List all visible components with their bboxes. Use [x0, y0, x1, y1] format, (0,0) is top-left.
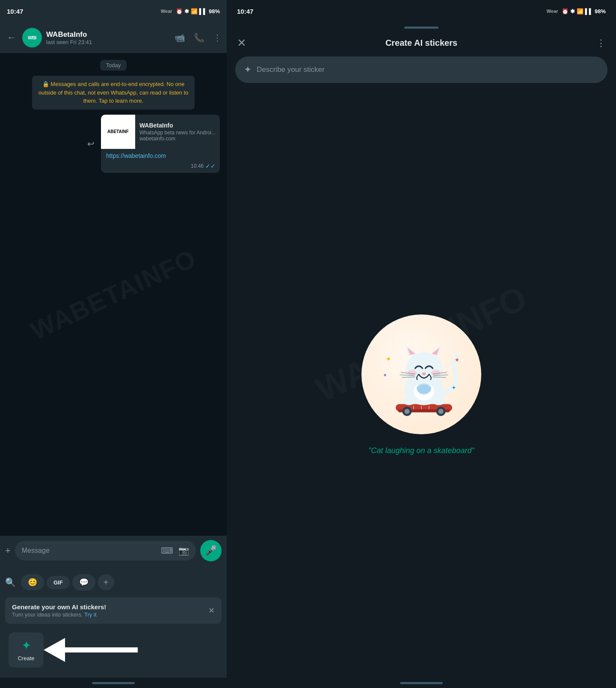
- link-description: WhatsApp beta news for Androi...: [139, 130, 216, 136]
- read-receipt-icon: ✓✓: [205, 163, 216, 169]
- back-button[interactable]: ←: [5, 30, 18, 45]
- sticker-display-area: ✦ ✦ ★ ✦ "Cat laughing on a skateboard": [227, 92, 616, 678]
- svg-point-5: [438, 409, 444, 414]
- svg-point-11: [406, 352, 442, 386]
- ai-sparkle-icon: ✦: [21, 638, 31, 652]
- camera-icon[interactable]: 📷: [178, 546, 189, 556]
- svg-point-3: [404, 409, 409, 414]
- link-card[interactable]: ABETAINF WABetaInfo WhatsApp beta news f…: [101, 115, 220, 173]
- svg-line-23: [433, 375, 448, 375]
- ai-promo-try-link[interactable]: Try it: [84, 611, 96, 618]
- battery-right: 98%: [595, 8, 606, 15]
- svg-point-18: [422, 372, 426, 375]
- ai-promo-text: Generate your own AI stickers! Turn your…: [12, 603, 106, 618]
- describe-placeholder: Describe your sticker: [257, 65, 325, 74]
- sticker-caption: "Cat laughing on a skateboard": [368, 446, 474, 455]
- status-icons-left: Wear ⏰ ✱ 📶 ▌▌ 98%: [161, 8, 220, 15]
- message-time-row: 10:46 ✓✓: [101, 161, 220, 173]
- emoji-tab[interactable]: 😊: [21, 574, 44, 590]
- contact-status: last seen Fri 23:41: [46, 39, 170, 45]
- bluetooth-icon-right: ✱: [570, 8, 575, 15]
- ai-promo-title: Generate your own AI stickers!: [12, 603, 106, 611]
- message-placeholder: Message: [22, 547, 156, 555]
- arrow-head: [44, 638, 65, 662]
- mic-icon: 🎤: [205, 545, 217, 556]
- svg-point-25: [403, 397, 415, 405]
- bottom-bar-right: [227, 678, 616, 688]
- contact-avatar: WBI: [22, 28, 42, 47]
- bottom-bar-left: [0, 678, 227, 688]
- sticker-picker: 🔍 😊 GIF 💬 + Generate your own AI sticker…: [0, 566, 227, 678]
- gif-tab-label: GIF: [53, 579, 63, 586]
- picker-search-row: 🔍 😊 GIF 💬 +: [5, 571, 222, 594]
- reply-icon[interactable]: ↩: [87, 139, 95, 149]
- arrow-shaft: [65, 647, 138, 652]
- sticker-tab-icon: 💬: [79, 578, 89, 587]
- date-badge: Today: [100, 60, 127, 71]
- sticker-tab[interactable]: 💬: [72, 574, 95, 590]
- cat-sticker-image: ✦ ✦ ★ ✦: [370, 323, 473, 426]
- more-options-icon[interactable]: ⋮: [213, 33, 222, 43]
- alarm-icon: ⏰: [176, 8, 183, 15]
- create-sticker-area: ✦ Create: [5, 627, 222, 673]
- sheet-more-options[interactable]: ⋮: [596, 38, 606, 49]
- sparkle-icon: ✦: [244, 64, 252, 75]
- date-divider: Today: [7, 60, 220, 71]
- handle-bar: [404, 27, 438, 29]
- status-icons-right: Wear ⏰ ✱ 📶 ▌▌ 98%: [547, 8, 606, 15]
- ai-promo-subtitle: Turn your ideas into stickers. Try it: [12, 611, 106, 618]
- emoji-tab-icon: 😊: [28, 578, 37, 587]
- svg-line-21: [402, 377, 415, 377]
- battery-left: 98%: [209, 8, 220, 15]
- svg-line-20: [400, 375, 415, 375]
- voice-call-icon[interactable]: 📞: [194, 33, 204, 43]
- svg-text:✦: ✦: [383, 372, 387, 378]
- signal-icon-right: ▌▌: [585, 8, 593, 15]
- arrow-graphic: [44, 639, 138, 661]
- svg-line-24: [432, 377, 446, 377]
- picker-search-icon[interactable]: 🔍: [5, 577, 16, 587]
- create-sticker-button[interactable]: ✦ Create: [9, 632, 44, 667]
- message-input-box[interactable]: Message ⌨ 📷: [15, 541, 196, 560]
- link-url[interactable]: https://wabetainfo.com: [101, 149, 220, 161]
- keyboard-toggle-icon[interactable]: ⌨: [161, 546, 173, 556]
- attach-button[interactable]: +: [5, 545, 11, 556]
- header-icons: 📹 📞 ⋮: [175, 33, 222, 43]
- system-message[interactable]: 🔒 Messages and calls are end-to-end encr…: [32, 76, 195, 110]
- mic-button[interactable]: 🎤: [200, 540, 222, 561]
- create-button-label: Create: [18, 655, 34, 661]
- home-indicator-left[interactable]: [92, 682, 135, 684]
- svg-point-26: [432, 397, 445, 405]
- sticker-image-container: ✦ ✦ ★ ✦: [361, 314, 481, 434]
- link-title: WABetaInfo: [139, 122, 216, 129]
- link-text-block: WABetaInfo WhatsApp beta news for Androi…: [135, 115, 220, 149]
- link-image: ABETAINF: [101, 115, 135, 149]
- contact-name: WABetaInfo: [46, 30, 170, 39]
- sheet-header: ✕ Create AI stickers ⋮: [227, 31, 616, 56]
- home-indicator-right[interactable]: [400, 682, 443, 684]
- ai-promo-close-button[interactable]: ✕: [208, 606, 215, 615]
- wifi-icon: 📶: [191, 8, 198, 15]
- describe-input-row: ✦ Describe your sticker: [227, 56, 616, 83]
- chat-area: WABETAINFO Today 🔒 Messages and calls ar…: [0, 53, 227, 536]
- sheet-handle: [227, 22, 616, 31]
- alarm-icon-right: ⏰: [562, 8, 569, 15]
- svg-text:✦: ✦: [451, 384, 456, 391]
- link-domain: wabetainfo.com: [139, 136, 216, 142]
- right-panel: WABETAINFO 10:47 Wear ⏰ ✱ 📶 ▌▌ 98% ✕ Cre…: [227, 0, 616, 688]
- gif-tab[interactable]: GIF: [47, 576, 70, 589]
- time-right: 10:47: [237, 8, 253, 15]
- wear-label-right: Wear: [547, 9, 558, 14]
- signal-icon: ▌▌: [199, 8, 207, 15]
- svg-text:✦: ✦: [385, 355, 391, 363]
- time-left: 10:47: [7, 8, 23, 15]
- close-sheet-button[interactable]: ✕: [237, 36, 246, 50]
- arrow-indicator: [44, 639, 138, 661]
- bluetooth-icon: ✱: [184, 8, 189, 15]
- left-panel: 10:47 Wear ⏰ ✱ 📶 ▌▌ 98% ← WBI WABetaInfo…: [0, 0, 227, 688]
- add-sticker-pack-button[interactable]: +: [98, 574, 114, 590]
- video-call-icon[interactable]: 📹: [175, 33, 185, 43]
- link-preview: ABETAINF WABetaInfo WhatsApp beta news f…: [101, 115, 220, 149]
- describe-sticker-input[interactable]: ✦ Describe your sticker: [235, 56, 607, 83]
- message-time: 10:46: [191, 163, 204, 169]
